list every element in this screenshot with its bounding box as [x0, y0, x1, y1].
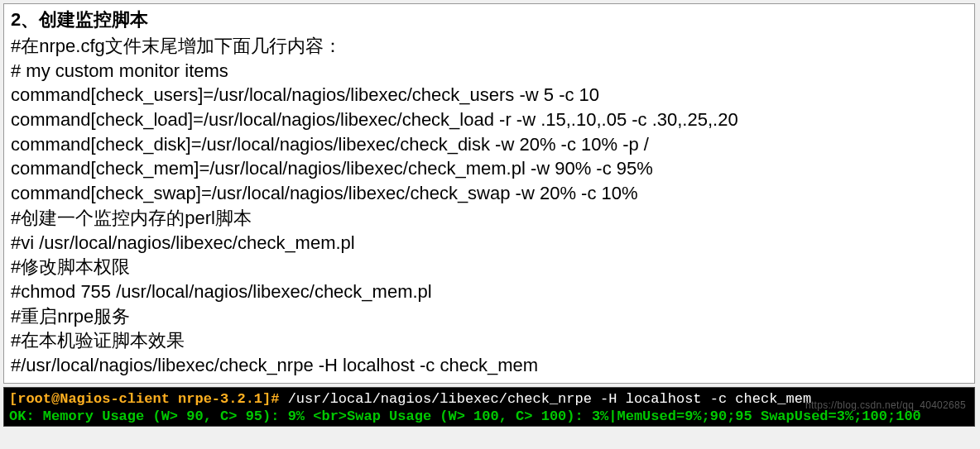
doc-line: command[check_swap]=/usr/local/nagios/li…: [11, 181, 968, 206]
doc-line: #/usr/local/nagios/libexec/check_nrpe -H…: [11, 353, 968, 378]
document-panel: 2、创建监控脚本 #在nrpe.cfg文件末尾增加下面几行内容： # my cu…: [3, 3, 975, 384]
doc-line: #修改脚本权限: [11, 255, 968, 279]
terminal-command: /usr/local/nagios/libexec/check_nrpe -H …: [279, 391, 811, 407]
doc-line: #vi /usr/local/nagios/libexec/check_mem.…: [11, 231, 968, 256]
doc-line: #chmod 755 /usr/local/nagios/libexec/che…: [11, 279, 968, 304]
doc-line: # my custom monitor items: [11, 59, 968, 84]
terminal-prompt: [root@Nagios-client nrpe-3.2.1]#: [9, 391, 279, 407]
doc-line: #在nrpe.cfg文件末尾增加下面几行内容：: [11, 34, 968, 59]
terminal-output: [root@Nagios-client nrpe-3.2.1]# /usr/lo…: [3, 387, 975, 428]
watermark-text: https://blog.csdn.net/qq_40402685: [805, 399, 966, 412]
doc-line: #重启nrpe服务: [11, 304, 968, 329]
doc-line: command[check_users]=/usr/local/nagios/l…: [11, 83, 968, 107]
doc-line: command[check_disk]=/usr/local/nagios/li…: [11, 132, 968, 157]
doc-line: #在本机验证脚本效果: [11, 328, 968, 353]
section-heading: 2、创建监控脚本: [11, 7, 968, 32]
doc-line: command[check_load]=/usr/local/nagios/li…: [11, 107, 968, 132]
doc-line: command[check_mem]=/usr/local/nagios/lib…: [11, 156, 968, 181]
doc-line: #创建一个监控内存的perl脚本: [11, 206, 968, 231]
